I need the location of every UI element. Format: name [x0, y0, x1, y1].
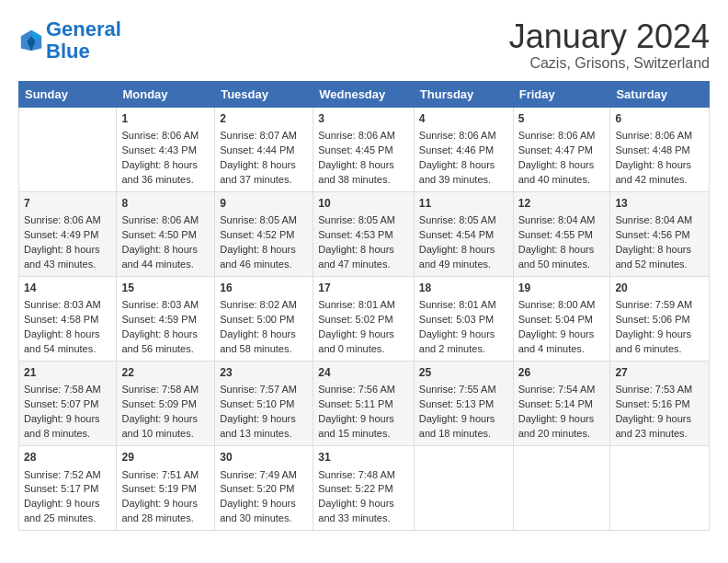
day-cell: 26Sunrise: 7:54 AMSunset: 5:14 PMDayligh… — [513, 362, 610, 446]
sunset-text: Sunset: 5:11 PM — [318, 398, 392, 409]
week-row-1: 1Sunrise: 8:06 AMSunset: 4:43 PMDaylight… — [19, 107, 710, 191]
sunrise-text: Sunrise: 8:06 AM — [121, 214, 199, 225]
day-cell: 30Sunrise: 7:49 AMSunset: 5:20 PMDayligh… — [215, 446, 313, 531]
day-cell: 11Sunrise: 8:05 AMSunset: 4:54 PMDayligh… — [414, 191, 513, 276]
day-number: 24 — [318, 365, 409, 381]
sunset-text: Sunset: 4:56 PM — [615, 229, 689, 240]
daylight-text: Daylight: 8 hours and 50 minutes. — [518, 244, 595, 270]
day-cell: 13Sunrise: 8:04 AMSunset: 4:56 PMDayligh… — [610, 191, 710, 276]
day-cell: 9Sunrise: 8:05 AMSunset: 4:52 PMDaylight… — [215, 191, 313, 276]
daylight-text: Daylight: 9 hours and 18 minutes. — [419, 413, 495, 439]
day-cell: 23Sunrise: 7:57 AMSunset: 5:10 PMDayligh… — [215, 362, 313, 446]
day-number: 7 — [24, 196, 111, 212]
day-cell: 27Sunrise: 7:53 AMSunset: 5:16 PMDayligh… — [610, 362, 710, 446]
sunrise-text: Sunrise: 8:02 AM — [220, 299, 297, 310]
day-number: 25 — [419, 365, 508, 381]
col-monday: Monday — [117, 81, 215, 107]
sunrise-text: Sunrise: 7:58 AM — [121, 384, 199, 395]
sunrise-text: Sunrise: 7:55 AM — [419, 384, 496, 395]
sunrise-text: Sunrise: 7:57 AM — [220, 384, 297, 395]
day-number: 19 — [518, 281, 606, 296]
sunset-text: Sunset: 4:52 PM — [220, 229, 294, 240]
sunset-text: Sunset: 4:59 PM — [121, 314, 196, 325]
sunset-text: Sunset: 4:45 PM — [318, 144, 392, 155]
day-number: 22 — [121, 365, 210, 381]
daylight-text: Daylight: 8 hours and 42 minutes. — [615, 159, 691, 185]
sunset-text: Sunset: 5:06 PM — [615, 314, 689, 325]
page-container: General Blue January 2024 Cazis, Grisons… — [0, 0, 728, 563]
day-cell: 8Sunrise: 8:06 AMSunset: 4:50 PMDaylight… — [117, 191, 215, 276]
sunrise-text: Sunrise: 7:54 AM — [518, 384, 596, 395]
col-sunday: Sunday — [19, 81, 117, 107]
sunrise-text: Sunrise: 8:00 AM — [518, 299, 596, 310]
daylight-text: Daylight: 8 hours and 37 minutes. — [220, 159, 296, 185]
sunrise-text: Sunrise: 8:06 AM — [318, 130, 395, 141]
day-number: 9 — [220, 196, 308, 212]
sunrise-text: Sunrise: 8:01 AM — [318, 299, 395, 310]
sunset-text: Sunset: 5:00 PM — [220, 314, 294, 325]
daylight-text: Daylight: 9 hours and 33 minutes. — [318, 498, 394, 523]
day-number: 13 — [615, 196, 704, 212]
day-number: 14 — [24, 281, 111, 296]
sunrise-text: Sunrise: 7:51 AM — [121, 469, 199, 480]
day-cell: 28Sunrise: 7:52 AMSunset: 5:17 PMDayligh… — [19, 446, 117, 531]
sunset-text: Sunset: 5:14 PM — [518, 398, 593, 409]
daylight-text: Daylight: 8 hours and 47 minutes. — [318, 244, 394, 270]
daylight-text: Daylight: 9 hours and 25 minutes. — [24, 498, 100, 523]
day-cell: 31Sunrise: 7:48 AMSunset: 5:22 PMDayligh… — [313, 446, 415, 531]
daylight-text: Daylight: 9 hours and 2 minutes. — [419, 328, 495, 354]
sunrise-text: Sunrise: 8:06 AM — [615, 130, 692, 141]
day-cell: 2Sunrise: 8:07 AMSunset: 4:44 PMDaylight… — [215, 107, 313, 191]
day-cell: 1Sunrise: 8:06 AMSunset: 4:43 PMDaylight… — [117, 107, 215, 191]
day-cell: 3Sunrise: 8:06 AMSunset: 4:45 PMDaylight… — [313, 107, 415, 191]
header-row: Sunday Monday Tuesday Wednesday Thursday… — [19, 81, 710, 107]
day-number: 27 — [615, 365, 704, 381]
sunrise-text: Sunrise: 8:05 AM — [318, 214, 395, 225]
day-cell: 4Sunrise: 8:06 AMSunset: 4:46 PMDaylight… — [414, 107, 513, 191]
sunrise-text: Sunrise: 8:03 AM — [24, 299, 101, 310]
title-block: January 2024 Cazis, Grisons, Switzerland — [509, 18, 710, 72]
week-row-2: 7Sunrise: 8:06 AMSunset: 4:49 PMDaylight… — [19, 191, 710, 276]
page-subtitle: Cazis, Grisons, Switzerland — [509, 55, 710, 72]
sunset-text: Sunset: 4:55 PM — [518, 229, 593, 240]
daylight-text: Daylight: 8 hours and 56 minutes. — [121, 328, 198, 354]
logo-text: General Blue — [46, 18, 121, 63]
day-number: 4 — [419, 111, 508, 127]
daylight-text: Daylight: 8 hours and 49 minutes. — [419, 244, 495, 270]
sunset-text: Sunset: 4:47 PM — [518, 144, 593, 155]
daylight-text: Daylight: 8 hours and 58 minutes. — [220, 328, 296, 354]
sunrise-text: Sunrise: 8:06 AM — [24, 214, 101, 225]
day-number: 6 — [615, 111, 704, 127]
daylight-text: Daylight: 9 hours and 28 minutes. — [121, 498, 198, 523]
day-cell: 7Sunrise: 8:06 AMSunset: 4:49 PMDaylight… — [19, 191, 117, 276]
sunset-text: Sunset: 4:48 PM — [615, 144, 689, 155]
day-cell: 6Sunrise: 8:06 AMSunset: 4:48 PMDaylight… — [610, 107, 710, 191]
sunrise-text: Sunrise: 8:06 AM — [518, 130, 596, 141]
daylight-text: Daylight: 9 hours and 8 minutes. — [24, 413, 100, 439]
day-cell — [610, 446, 710, 531]
day-cell: 18Sunrise: 8:01 AMSunset: 5:03 PMDayligh… — [414, 276, 513, 361]
day-cell — [414, 446, 513, 531]
day-number: 31 — [318, 450, 409, 465]
daylight-text: Daylight: 9 hours and 30 minutes. — [220, 498, 296, 523]
sunset-text: Sunset: 4:49 PM — [24, 229, 98, 240]
sunrise-text: Sunrise: 8:05 AM — [220, 214, 297, 225]
daylight-text: Daylight: 9 hours and 23 minutes. — [615, 413, 691, 439]
daylight-text: Daylight: 8 hours and 36 minutes. — [121, 159, 198, 185]
sunset-text: Sunset: 4:54 PM — [419, 229, 494, 240]
sunrise-text: Sunrise: 7:48 AM — [318, 469, 395, 480]
col-thursday: Thursday — [414, 81, 513, 107]
day-number: 30 — [220, 450, 308, 465]
day-number: 16 — [220, 281, 308, 296]
sunrise-text: Sunrise: 7:49 AM — [220, 469, 297, 480]
day-cell: 25Sunrise: 7:55 AMSunset: 5:13 PMDayligh… — [414, 362, 513, 446]
sunrise-text: Sunrise: 7:58 AM — [24, 384, 101, 395]
day-number: 1 — [121, 111, 210, 127]
day-number: 18 — [419, 281, 508, 296]
sunrise-text: Sunrise: 7:56 AM — [318, 384, 395, 395]
day-number: 28 — [24, 450, 111, 465]
day-cell: 15Sunrise: 8:03 AMSunset: 4:59 PMDayligh… — [117, 276, 215, 361]
calendar-table: Sunday Monday Tuesday Wednesday Thursday… — [18, 81, 710, 532]
logo: General Blue — [18, 18, 121, 63]
day-cell: 14Sunrise: 8:03 AMSunset: 4:58 PMDayligh… — [19, 276, 117, 361]
